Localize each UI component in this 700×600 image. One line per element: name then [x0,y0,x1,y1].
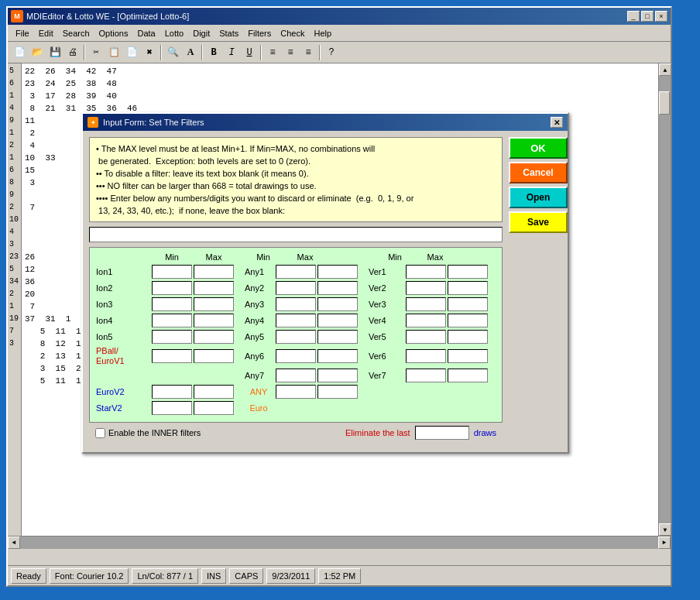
header-min-2: Min [243,252,283,262]
grid-row-7: Any7 Ver7 [94,369,497,382]
grid-header-row: Min Max Min Max Min Max [94,252,497,262]
eliminate-last-label: Eliminate the last [345,428,410,437]
any5-min[interactable] [276,330,316,344]
eurov2-label: EuroV2 [94,387,150,396]
ver4-min[interactable] [406,314,446,327]
any6-max[interactable] [317,349,358,363]
any-euro-label: ANY [243,387,274,396]
ver2-min[interactable] [406,281,446,295]
eurov2-min[interactable] [152,385,192,399]
ion5-min[interactable] [152,330,192,344]
ion3-max[interactable] [194,297,234,311]
pball-min[interactable] [152,349,192,363]
dialog-overlay: ✦ Input Form: Set The Filters ✕ • The MA… [8,8,671,585]
any7-min[interactable] [276,369,316,382]
info-line-6: 13, 24, 33, 40, etc.); if none, leave th… [96,204,496,217]
any3-min[interactable] [276,297,316,311]
eurov2-max[interactable] [194,385,234,399]
any6-min[interactable] [276,349,316,363]
ion3-min[interactable] [152,297,192,311]
any1-max[interactable] [317,265,358,279]
ver3-min[interactable] [406,297,446,311]
pball-max[interactable] [194,349,234,363]
cancel-button[interactable]: Cancel [509,162,568,183]
info-line-5: •••• Enter below any numbers/digits you … [96,192,496,204]
ver7-max[interactable] [448,369,488,382]
inner-filters-checkbox[interactable] [95,428,105,438]
any3-max[interactable] [317,297,358,311]
header-max-1: Max [194,252,234,262]
main-window: M MDIEditor & Lotto WE - [Optimized Lott… [6,6,672,587]
grid-row-1: Ion1 Any1 Ver1 [94,265,497,279]
save-file-button[interactable]: Save [509,211,568,233]
ion2-max[interactable] [194,281,234,295]
ver3-max[interactable] [448,297,488,311]
ion5-max[interactable] [194,330,234,344]
any-euro-min[interactable] [276,385,316,399]
ver5-max[interactable] [448,330,488,344]
grid-row-8: EuroV2 ANY [94,385,497,399]
ok-button[interactable]: OK [509,137,568,159]
header-empty-1 [94,252,150,262]
info-line-1: • The MAX level must be at least Min+1. … [96,142,496,155]
open-button[interactable]: Open [509,187,568,208]
any7-max[interactable] [317,369,358,382]
any5-max[interactable] [317,330,358,344]
any6-label: Any6 [243,351,274,361]
header-min-1: Min [152,252,192,262]
ion1-max[interactable] [194,265,234,279]
ver1-min[interactable] [406,265,446,279]
inner-filters-label: Enable the INNER filters [108,428,201,437]
dialog-icon: ✦ [88,117,98,128]
footer-right: Eliminate the last draws [345,426,496,440]
starv2-label: StarV2 [94,403,150,413]
any1-min[interactable] [276,265,316,279]
any2-label: Any2 [243,283,274,293]
grid-row-9: StarV2 Euro [94,401,497,415]
ver2-label: Ver2 [367,283,404,293]
header-max-2: Max [285,252,325,262]
ver6-min[interactable] [406,349,446,363]
filter-grid: Min Max Min Max Min Max Ion1 [89,247,503,423]
ver7-min[interactable] [406,369,446,382]
grid-row-2: Ion2 Any2 Ver2 [94,281,497,295]
any7-label: Any7 [243,371,274,380]
ion1-label: Ion1 [94,267,150,276]
any4-min[interactable] [276,314,316,327]
ver3-label: Ver3 [367,300,404,309]
any4-max[interactable] [317,314,358,327]
ion4-max[interactable] [194,314,234,327]
draws-label: draws [474,428,496,437]
grid-row-5: Ion5 Any5 Ver5 [94,330,497,344]
dialog-close-button[interactable]: ✕ [551,117,563,128]
ver5-label: Ver5 [367,332,404,341]
filter-dialog: ✦ Input Form: Set The Filters ✕ • The MA… [81,112,569,454]
ver6-label: Ver6 [367,351,404,361]
any2-max[interactable] [317,281,358,295]
ion1-min[interactable] [152,265,192,279]
ver5-min[interactable] [406,330,446,344]
ver1-max[interactable] [448,265,488,279]
any-euro-max[interactable] [317,385,358,399]
any2-min[interactable] [276,281,316,295]
info-line-4: ••• NO filter can be larger than 668 = t… [96,180,496,192]
ion5-label: Ion5 [94,332,150,341]
dialog-left-panel: • The MAX level must be at least Min+1. … [89,137,503,446]
grid-row-3: Ion3 Any3 Ver3 [94,297,497,311]
ver2-max[interactable] [448,281,488,295]
starv2-max[interactable] [194,401,234,415]
ion4-label: Ion4 [94,316,150,325]
header-max-3: Max [415,252,455,262]
ver6-max[interactable] [448,349,488,363]
ion4-min[interactable] [152,314,192,327]
inner-filters-checkbox-label[interactable]: Enable the INNER filters [95,428,201,438]
grid-row-4: Ion4 Any4 Ver4 [94,314,497,327]
ion2-min[interactable] [152,281,192,295]
eliminate-input[interactable] [89,227,503,242]
dialog-body: • The MAX level must be at least Min+1. … [83,131,568,452]
ver4-max[interactable] [448,314,488,327]
header-min-3: Min [376,252,413,262]
dialog-title-text: Input Form: Set The Filters [103,118,204,127]
eliminate-draws-input[interactable] [415,426,469,440]
starv2-min[interactable] [152,401,192,415]
